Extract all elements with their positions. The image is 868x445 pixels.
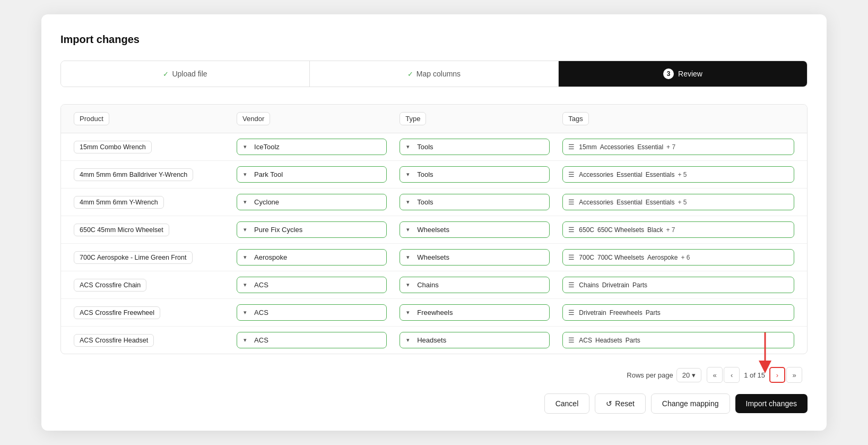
- step-review[interactable]: 3 Review: [559, 61, 807, 87]
- first-page-button[interactable]: «: [707, 367, 723, 383]
- chevron-down-icon: ▾: [406, 226, 410, 233]
- tag-1: 650C Wheelsets: [597, 226, 644, 234]
- list-icon: ☰: [568, 253, 575, 261]
- cancel-button[interactable]: Cancel: [544, 393, 590, 414]
- vendor-cell: ▾ Park Tool: [230, 161, 393, 188]
- type-value: Wheelsets: [417, 226, 449, 234]
- type-value: Tools: [417, 198, 433, 206]
- last-page-button[interactable]: »: [786, 367, 802, 383]
- type-select[interactable]: ▾ Headsets: [400, 332, 550, 348]
- vendor-select[interactable]: ▾ ACS: [237, 277, 387, 293]
- chevron-down-icon: ▾: [244, 337, 247, 344]
- type-select[interactable]: ▾ Wheelsets: [400, 221, 550, 238]
- list-icon: ☰: [568, 281, 575, 289]
- tags-more: + 5: [678, 171, 687, 178]
- tag-2: Parts: [632, 281, 647, 289]
- step-upload[interactable]: ✓ Upload file: [61, 61, 310, 87]
- check-icon-upload: ✓: [163, 70, 169, 78]
- vendor-select[interactable]: ▾ ACS: [237, 304, 387, 321]
- vendor-cell: ▾ Cyclone: [230, 189, 393, 216]
- vendor-cell: ▾ Pure Fix Cycles: [230, 216, 393, 243]
- tags-cell: ☰ Accessories Essential Essentials + 5: [556, 189, 801, 216]
- type-select[interactable]: ▾ Tools: [400, 139, 550, 155]
- chevron-down-icon: ▾: [406, 143, 410, 150]
- reset-button[interactable]: ↺ Reset: [595, 393, 646, 414]
- table-row: ACS Crossfire Chain ▾ ACS ▾ Chains ☰ Cha…: [61, 271, 807, 299]
- chevron-down-icon: ▾: [244, 254, 247, 261]
- type-cell: ▾ Tools: [393, 133, 556, 160]
- vendor-select[interactable]: ▾ Cyclone: [237, 194, 387, 210]
- vendor-select[interactable]: ▾ Aerospoke: [237, 249, 387, 266]
- tags-cell: ☰ 700C 700C Wheelsets Aerospoke + 6: [556, 244, 801, 271]
- tags-cell: ☰ 650C 650C Wheelsets Black + 7: [556, 216, 801, 243]
- type-select[interactable]: ▾ Chains: [400, 277, 550, 293]
- vendor-select[interactable]: ▾ IceToolz: [237, 139, 387, 155]
- tags-more: + 7: [666, 226, 675, 234]
- table-row: 15mm Combo Wrench ▾ IceToolz ▾ Tools ☰ 1…: [61, 133, 807, 161]
- product-name: 15mm Combo Wrench: [74, 141, 152, 153]
- vendor-value: Pure Fix Cycles: [254, 226, 302, 234]
- prev-page-button[interactable]: ‹: [724, 367, 740, 383]
- tag-1: 700C Wheelsets: [597, 254, 644, 261]
- tag-0: ACS: [579, 337, 592, 344]
- list-icon: ☰: [568, 336, 575, 344]
- chevron-down-icon: ▾: [406, 281, 410, 288]
- tags-select[interactable]: ☰ Chains Drivetrain Parts: [562, 277, 794, 293]
- chevron-down-icon: ▾: [692, 371, 696, 379]
- tags-more: + 7: [666, 143, 675, 151]
- type-select[interactable]: ▾ Freewheels: [400, 304, 550, 321]
- type-cell: ▾ Tools: [393, 161, 556, 188]
- tags-select[interactable]: ☰ Accessories Essential Essentials + 5: [562, 166, 794, 183]
- product-cell: 700C Aerospoke - Lime Green Front: [67, 246, 230, 269]
- tags-select[interactable]: ☰ Accessories Essential Essentials + 5: [562, 194, 794, 210]
- tags-header-pill: Tags: [562, 112, 588, 125]
- product-cell: ACS Crossfire Freewheel: [67, 301, 230, 324]
- change-mapping-button[interactable]: Change mapping: [651, 393, 730, 414]
- type-value: Freewheels: [417, 309, 453, 316]
- tag-0: 700C: [579, 254, 594, 261]
- list-icon: ☰: [568, 226, 575, 234]
- vendor-value: ACS: [254, 281, 268, 289]
- tag-2: Parts: [646, 309, 661, 316]
- type-select[interactable]: ▾ Wheelsets: [400, 249, 550, 266]
- tags-select[interactable]: ☰ 700C 700C Wheelsets Aerospoke + 6: [562, 249, 794, 266]
- tag-2: Essentials: [646, 171, 675, 178]
- type-select[interactable]: ▾ Tools: [400, 194, 550, 210]
- product-name: 4mm 5mm 6mm Y-Wrench: [74, 196, 164, 209]
- tags-select[interactable]: ☰ ACS Headsets Parts: [562, 332, 794, 348]
- vendor-value: ACS: [254, 336, 268, 344]
- chevron-down-icon: ▾: [244, 171, 247, 178]
- step-map[interactable]: ✓ Map columns: [310, 61, 559, 87]
- page-navigation: « ‹ 1 of 15 › »: [707, 367, 802, 383]
- type-cell: ▾ Wheelsets: [393, 216, 556, 243]
- page-info: 1 of 15: [741, 371, 768, 379]
- vendor-select[interactable]: ▾ ACS: [237, 332, 387, 348]
- vendor-value: Aerospoke: [254, 253, 287, 261]
- next-page-button[interactable]: ›: [769, 367, 785, 383]
- header-tags: Tags: [556, 105, 801, 133]
- data-table: Product Vendor Type Tags 15mm Combo Wren…: [60, 104, 808, 354]
- vendor-header-pill: Vendor: [237, 112, 270, 125]
- product-name: 650C 45mm Micro Wheelset: [74, 224, 169, 236]
- tags-select[interactable]: ☰ 650C 650C Wheelsets Black + 7: [562, 221, 794, 238]
- tags-select[interactable]: ☰ 15mm Accessories Essential + 7: [562, 139, 794, 155]
- type-cell: ▾ Chains: [393, 271, 556, 298]
- tag-0: Accessories: [579, 171, 613, 178]
- vendor-select[interactable]: ▾ Park Tool: [237, 166, 387, 183]
- type-value: Headsets: [417, 336, 446, 344]
- type-value: Tools: [417, 170, 433, 178]
- tag-1: Accessories: [600, 143, 635, 151]
- header-vendor: Vendor: [230, 105, 393, 133]
- rows-per-page-select[interactable]: 20 ▾: [676, 368, 701, 382]
- vendor-value: Park Tool: [254, 170, 283, 178]
- tags-select[interactable]: ☰ Drivetrain Freewheels Parts: [562, 304, 794, 321]
- type-cell: ▾ Wheelsets: [393, 244, 556, 271]
- pagination: Rows per page 20 ▾ « ‹ 1 of 15 › »: [60, 367, 808, 383]
- vendor-value: ACS: [254, 309, 268, 316]
- type-select[interactable]: ▾ Tools: [400, 166, 550, 183]
- table-row: 4mm 5mm 6mm Y-Wrench ▾ Cyclone ▾ Tools ☰…: [61, 189, 807, 216]
- vendor-select[interactable]: ▾ Pure Fix Cycles: [237, 221, 387, 238]
- chevron-down-icon: ▾: [244, 199, 247, 206]
- import-changes-button[interactable]: Import changes: [735, 394, 808, 413]
- tag-0: Drivetrain: [579, 309, 606, 316]
